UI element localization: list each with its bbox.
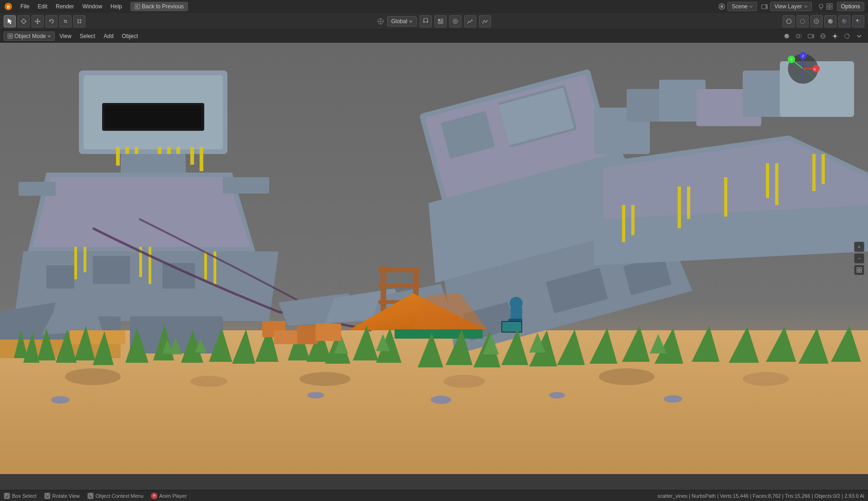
vp-zoom-in-btn[interactable]: + — [854, 242, 864, 252]
shading-solid-button[interactable] — [824, 15, 836, 27]
viewport-overlay-toggle[interactable] — [794, 31, 804, 41]
svg-rect-136 — [812, 154, 816, 191]
snap-type-dropdown[interactable] — [434, 15, 447, 27]
svg-point-37 — [454, 20, 456, 22]
vp-zoom-out-btn[interactable]: − — [854, 253, 864, 263]
svg-rect-88 — [93, 256, 130, 284]
viewport-arrow-btn[interactable] — [854, 31, 864, 41]
toolbar-right — [783, 15, 864, 27]
cursor-tool-button[interactable] — [18, 15, 30, 27]
svg-point-48 — [856, 19, 861, 24]
svg-point-198 — [190, 376, 227, 387]
graph2-button[interactable] — [479, 15, 491, 27]
select-tool-button[interactable] — [4, 15, 16, 27]
cursor-icon — [6, 18, 13, 25]
camera-icon — [761, 3, 768, 10]
viewport-world-btn[interactable] — [818, 31, 828, 41]
status-box-select: Box Select — [4, 493, 37, 499]
transform-tool-button[interactable] — [73, 15, 85, 27]
svg-rect-19 — [65, 20, 66, 22]
shading-wire-button[interactable] — [810, 15, 823, 27]
scene-icon — [718, 3, 725, 10]
snap-button[interactable] — [420, 15, 432, 27]
svg-rect-133 — [724, 177, 727, 217]
viewport-sun-btn[interactable] — [830, 31, 840, 41]
rotate-view-label: Rotate View — [52, 493, 80, 499]
header-object-menu[interactable]: Object — [118, 32, 142, 41]
object-mode-dropdown[interactable]: Object Mode — [4, 32, 55, 41]
header-sun-icon — [832, 33, 838, 39]
svg-rect-157 — [502, 322, 521, 332]
viewport-shade-icon-btn[interactable] — [782, 31, 792, 41]
xray-button[interactable] — [797, 15, 809, 27]
viewport-right-toolbar: + − — [854, 242, 864, 275]
svg-point-204 — [307, 392, 324, 398]
object-mode-chevron — [47, 34, 51, 38]
svg-rect-11 — [830, 7, 832, 9]
top-right-section: Scene View Layer — [718, 2, 864, 11]
svg-rect-97 — [84, 247, 86, 272]
svg-point-40 — [800, 19, 805, 24]
svg-point-23 — [78, 19, 78, 20]
menu-edit[interactable]: Edit — [34, 2, 51, 11]
svg-rect-35 — [441, 22, 443, 24]
back-to-previous-button[interactable]: Back to Previous — [130, 2, 188, 11]
status-right-stats: scatter_vines | NurbsPath | Verts:15,446… — [657, 493, 864, 499]
svg-rect-226 — [860, 268, 862, 270]
scale-tool-button[interactable] — [59, 15, 71, 27]
svg-point-200 — [443, 375, 485, 388]
navigation-gizmo[interactable]: X Y Z — [784, 50, 822, 87]
snap-type-icon — [437, 18, 444, 25]
svg-rect-132 — [687, 186, 690, 219]
menu-window[interactable]: Window — [78, 2, 106, 11]
global-transform-dropdown[interactable]: Global — [387, 16, 417, 26]
svg-point-49 — [856, 19, 858, 21]
menu-render[interactable]: Render — [52, 2, 78, 11]
svg-rect-85 — [223, 177, 269, 193]
scene-dropdown-icon — [749, 5, 753, 8]
wire-shade-icon — [813, 18, 820, 25]
svg-rect-34 — [438, 22, 440, 24]
header-view-menu[interactable]: View — [56, 32, 75, 41]
svg-marker-83 — [32, 177, 251, 247]
overlay-button[interactable] — [783, 15, 795, 27]
header-world-icon — [820, 33, 826, 39]
stats-text: scatter_vines | NurbsPath | Verts:15,446… — [657, 493, 864, 499]
header-select-menu[interactable]: Select — [76, 32, 99, 41]
menu-file[interactable]: File — [17, 2, 33, 11]
move-tool-button[interactable] — [32, 15, 44, 27]
svg-rect-122 — [627, 89, 664, 122]
vp-frame-btn[interactable] — [854, 265, 864, 275]
svg-rect-9 — [830, 4, 832, 6]
viewlayer-dropdown-icon — [804, 5, 808, 8]
transform-icon — [76, 18, 83, 25]
magnet-icon — [422, 18, 429, 25]
svg-rect-130 — [631, 205, 635, 235]
mouse-right-icon — [87, 493, 94, 499]
context-menu-label: Object Context Menu — [96, 493, 143, 499]
svg-rect-225 — [857, 268, 859, 270]
viewport-camera-btn[interactable] — [806, 31, 816, 41]
svg-point-60 — [834, 35, 836, 38]
rotate-tool-button[interactable] — [45, 15, 58, 27]
viewport-render-type-btn[interactable] — [842, 31, 852, 41]
header-add-menu[interactable]: Add — [100, 32, 117, 41]
mouse-left-icon — [4, 493, 10, 499]
options-button[interactable]: Options — [837, 2, 864, 11]
transform-orientation-icon — [377, 18, 384, 25]
svg-rect-8 — [827, 4, 829, 6]
viewlayer-selector[interactable]: View Layer — [770, 2, 811, 11]
scene-selector[interactable]: Scene — [727, 2, 757, 11]
svg-text:B: B — [7, 5, 10, 9]
shading-material-button[interactable] — [838, 15, 850, 27]
rotate-icon — [48, 18, 55, 25]
svg-point-25 — [78, 22, 78, 23]
shading-render-button[interactable] — [852, 15, 864, 27]
menu-help[interactable]: Help — [107, 2, 126, 11]
viewport-3d[interactable]: X Y Z + − — [0, 43, 868, 474]
anim-player-icon: ✕ — [151, 493, 157, 499]
svg-point-12 — [22, 19, 26, 23]
svg-rect-89 — [162, 263, 195, 289]
graph-button[interactable] — [464, 15, 476, 27]
proportional-editing-button[interactable] — [449, 15, 461, 27]
